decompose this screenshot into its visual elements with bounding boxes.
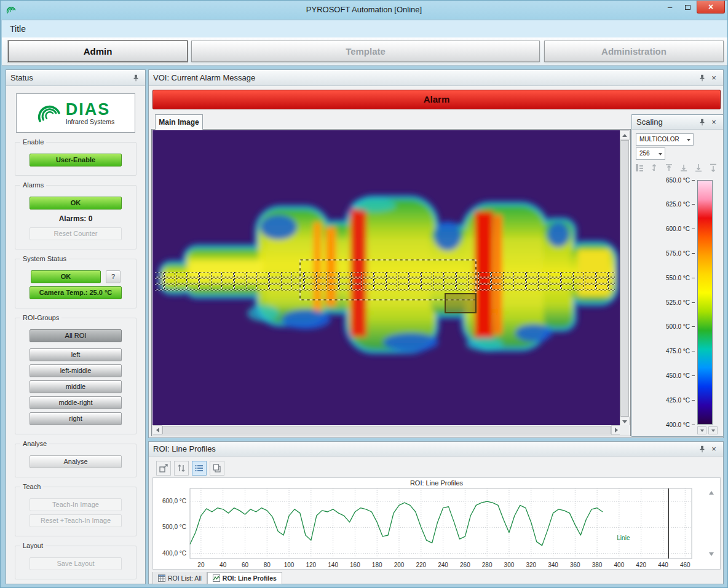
camera-temp-button[interactable]: Camera Temp.: 25.0 °C: [30, 286, 122, 299]
roi-group-middle-right-button[interactable]: mddle-right: [30, 396, 122, 409]
tab-main-image[interactable]: Main Image: [155, 114, 203, 130]
chevron-down-icon: [659, 153, 662, 155]
system-status-group-label: System Status: [20, 255, 69, 262]
save-layout-button[interactable]: Save Layout: [30, 557, 122, 570]
sort-button[interactable]: [174, 461, 189, 476]
svg-text:500,0 °C: 500,0 °C: [162, 523, 186, 530]
svg-text:100: 100: [284, 562, 295, 568]
roi-selected-rect: [445, 294, 476, 313]
scaling-toolbar: [635, 163, 722, 173]
enable-group: Enable User-Enable: [15, 142, 136, 176]
scale-label: 600.0 °C: [633, 225, 695, 233]
analyse-group: Analyse Analyse: [15, 444, 136, 477]
svg-text:460: 460: [680, 562, 690, 568]
auto-range-icon[interactable]: [649, 163, 659, 173]
scale-shift-down2-button[interactable]: [708, 426, 718, 434]
svg-text:280: 280: [482, 562, 493, 568]
title-strip: Title: [2, 20, 727, 37]
logo-name: DIAS: [66, 101, 114, 117]
close-panel-button[interactable]: ×: [709, 444, 719, 454]
range-down-icon[interactable]: [679, 163, 689, 173]
list-view-button[interactable]: [192, 461, 207, 476]
analyse-button[interactable]: Analyse: [30, 455, 122, 468]
scale-label: 575.0 °C: [633, 249, 695, 257]
tab-admin[interactable]: Admin: [8, 41, 188, 62]
layout-group: Layout Save Layout: [15, 546, 136, 579]
roi-group-left-button[interactable]: left: [30, 348, 122, 361]
vertical-scroll-thumb[interactable]: [620, 140, 629, 417]
tab-roi-list[interactable]: ROI List: All: [152, 572, 207, 584]
line-profile-chart: ROI: Line Profiles 204060801001201401601…: [152, 477, 721, 570]
scale-label: 625.0 °C: [633, 201, 695, 208]
svg-text:140: 140: [328, 562, 338, 568]
minimize-icon: –: [668, 2, 672, 12]
profiles-toolbar: [156, 461, 224, 476]
chart-icon: [213, 574, 220, 582]
chevron-down-icon: [687, 139, 690, 141]
pin-icon: [699, 119, 705, 126]
chart-plot-area[interactable]: 2040608010012014016018020022024026028030…: [153, 478, 721, 570]
svg-text:300: 300: [504, 562, 515, 568]
chart-title: ROI: Line Profiles: [153, 479, 720, 487]
image-horizontal-scrollbar[interactable]: [152, 425, 621, 435]
palette-select[interactable]: MULTICOLOR: [636, 133, 694, 146]
pin-button[interactable]: [697, 73, 707, 83]
tab-line-profiles[interactable]: ROI: Line Profiles: [207, 572, 282, 584]
pin-button[interactable]: [131, 73, 141, 83]
roi-group-right-button[interactable]: right: [30, 412, 122, 425]
thermal-image[interactable]: [152, 130, 621, 426]
maximize-button[interactable]: [679, 1, 697, 14]
close-button[interactable]: ×: [697, 1, 725, 14]
scale-shift-down-button[interactable]: [697, 426, 706, 434]
tab-line-profiles-label: ROI: Line Profiles: [223, 574, 277, 582]
scroll-left-button[interactable]: [152, 425, 162, 435]
max-set-icon[interactable]: [694, 163, 703, 173]
alarms-group: Alarms OK Alarms: 0 Reset Counter: [15, 185, 136, 249]
teach-group: Teach Teach-In Image Reset +Teach-In Ima…: [15, 487, 136, 536]
help-button[interactable]: ?: [106, 270, 121, 283]
line-profiles-panel: ROI: Line Profiles × ROI: Line Profiles: [148, 441, 724, 584]
image-vertical-scrollbar[interactable]: [620, 130, 630, 426]
reset-teach-in-image-button[interactable]: Reset +Teach-In Image: [30, 514, 122, 527]
pin-button[interactable]: [697, 117, 707, 127]
close-panel-button[interactable]: ×: [709, 73, 719, 83]
arrow-down-icon: [700, 429, 704, 432]
minimize-button[interactable]: –: [661, 1, 679, 14]
close-icon: ×: [711, 445, 716, 453]
tab-administration[interactable]: Administration: [544, 41, 724, 62]
system-ok-button[interactable]: OK: [31, 270, 101, 283]
export-image-button[interactable]: [156, 461, 171, 476]
close-panel-button[interactable]: ×: [709, 117, 719, 127]
svg-text:60: 60: [242, 562, 249, 568]
palette-icon[interactable]: [635, 163, 644, 173]
teach-in-image-button[interactable]: Teach-In Image: [30, 498, 122, 511]
roi-strip-overlay: [155, 272, 615, 291]
analyse-group-label: Analyse: [20, 440, 49, 447]
user-enable-button[interactable]: User-Enable: [30, 154, 122, 167]
svg-text:400,0 °C: 400,0 °C: [162, 550, 186, 557]
roi-group-middle-button[interactable]: middle: [30, 380, 122, 393]
min-set-icon[interactable]: [708, 163, 718, 173]
layout-group-label: Layout: [20, 542, 46, 549]
scroll-up-button[interactable]: [620, 130, 630, 140]
alarms-ok-button[interactable]: OK: [30, 197, 122, 210]
levels-select[interactable]: 256: [636, 147, 665, 160]
app-window: PYROSOFT Automation [Online] – × Title A…: [0, 0, 728, 588]
palette-select-value: MULTICOLOR: [639, 136, 679, 143]
tab-template[interactable]: Template: [191, 41, 540, 62]
copy-button[interactable]: [210, 461, 224, 476]
status-panel-title: Status: [10, 73, 33, 82]
scale-label: 450.0 °C: [633, 372, 695, 379]
pin-button[interactable]: [697, 444, 707, 454]
arrow-down-icon: [622, 420, 627, 423]
roi-group-left-middle-button[interactable]: left-middle: [30, 364, 122, 377]
reset-counter-button[interactable]: Reset Counter: [30, 227, 122, 240]
alarm-count-label: Alarms: 0: [15, 214, 136, 223]
range-up-icon[interactable]: [664, 163, 674, 173]
roi-group-all-button[interactable]: All ROI: [30, 329, 122, 342]
export-image-icon: [159, 463, 168, 473]
thermal-image-viewport[interactable]: [151, 129, 631, 436]
voi-panel-header: VOI: Current Alarm Message ×: [149, 70, 723, 86]
voi-panel-title: VOI: Current Alarm Message: [153, 73, 255, 82]
horizontal-scroll-thumb[interactable]: [162, 426, 611, 434]
